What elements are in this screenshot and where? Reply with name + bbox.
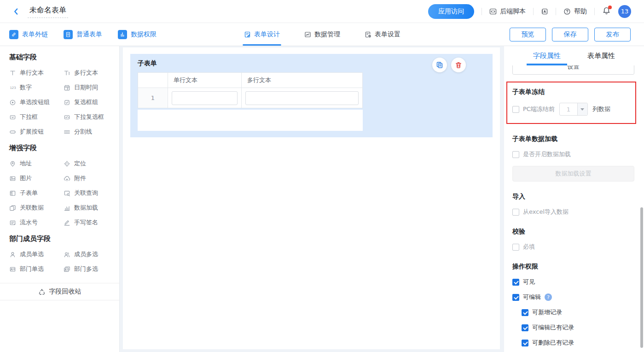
copy-field-button[interactable] xyxy=(432,58,447,72)
field-item-subform[interactable]: 子表单 xyxy=(9,186,64,200)
field-item-image[interactable]: 图片 xyxy=(9,171,64,186)
permission-sub-checkbox-row[interactable]: 可删除已有记录 xyxy=(522,338,634,347)
checkbox[interactable] xyxy=(522,324,528,331)
field-item-dept-single[interactable]: 部门单选 xyxy=(9,262,64,276)
sidebar-field-grid: 地址定位图片附件子表单关联查询关联数据数据加载流水号手写签名 xyxy=(9,156,110,230)
enable-data-load-checkbox-row[interactable]: 是否开启数据加载 xyxy=(512,150,634,159)
field-item-radio-group[interactable]: 单选按钮组 xyxy=(9,95,64,110)
field-item-checkbox-group[interactable]: 复选框组 xyxy=(64,95,110,110)
linked-data-icon xyxy=(9,205,16,211)
toolbar-item-normal-form[interactable]: 普通表单 xyxy=(64,30,102,39)
permission-sub-checkbox-row[interactable]: 可编辑已有记录 xyxy=(522,323,634,332)
checkbox[interactable] xyxy=(522,309,528,316)
field-item-address[interactable]: 地址 xyxy=(9,156,64,171)
multi-line-text-input[interactable] xyxy=(245,91,359,105)
field-item-member-multi[interactable]: 成员多选 xyxy=(64,247,110,262)
toolbar-center-tabs: 表单设计数据管理表单设置 xyxy=(244,23,400,46)
text-multi-icon xyxy=(64,70,70,76)
dept-multi-icon xyxy=(64,266,70,273)
field-item-dropdown[interactable]: 下拉框 xyxy=(9,110,64,124)
checkbox[interactable] xyxy=(512,279,519,286)
permission-sub-checkbox-row[interactable]: 可新增记录 xyxy=(522,308,634,317)
sidebar-section-title: 基础字段 xyxy=(9,53,110,62)
checkbox[interactable] xyxy=(512,209,519,216)
address-icon xyxy=(9,160,16,167)
field-item-divider[interactable]: 分割线 xyxy=(64,124,110,139)
chevron-down-icon[interactable] xyxy=(577,103,587,115)
subform-table: 单行文本 多行文本 1 xyxy=(138,72,363,108)
panel-scrollbar-thumb[interactable] xyxy=(640,207,643,348)
avatar[interactable]: 13 xyxy=(618,5,631,18)
subform-footer-strip xyxy=(138,110,363,131)
field-item-label: 图片 xyxy=(20,174,32,182)
delete-field-button[interactable] xyxy=(451,58,466,72)
notification-bell-button[interactable] xyxy=(602,6,611,17)
action-button-预览[interactable]: 预览 xyxy=(510,28,546,41)
section-title-permissions: 操作权限 xyxy=(512,263,634,271)
field-item-attachment[interactable]: 附件 xyxy=(64,171,110,186)
form-canvas-card[interactable]: 子表单 单行文本 多行文本 1 xyxy=(123,47,500,349)
help-icon[interactable]: ? xyxy=(545,293,552,301)
field-item-dept-multi[interactable]: 部门多选 xyxy=(64,262,110,276)
field-recycle-bin-button[interactable]: 字段回收站 xyxy=(0,283,119,300)
field-item-linked-query[interactable]: 关联查询 xyxy=(64,186,110,200)
toolbar-item-data-permission[interactable]: 数据权限 xyxy=(118,30,157,39)
freeze-column-select[interactable]: 1 xyxy=(559,103,588,116)
tab-form-settings[interactable]: 表单设置 xyxy=(364,23,400,46)
help-label: 帮助 xyxy=(574,7,587,16)
checkbox[interactable] xyxy=(522,340,528,346)
copy-icon xyxy=(436,61,443,69)
checkbox[interactable] xyxy=(512,106,519,113)
help-button[interactable]: 帮助 xyxy=(563,7,587,16)
tab-form-design[interactable]: 表单设计 xyxy=(244,23,280,46)
field-item-signature[interactable]: 手写签名 xyxy=(64,215,110,230)
checkbox[interactable] xyxy=(512,294,519,301)
radio-group-icon xyxy=(9,99,16,106)
dept-single-icon xyxy=(9,266,16,273)
field-item-dropdown-multi[interactable]: 下拉复选框 xyxy=(64,110,110,124)
editable-checkbox-row[interactable]: 可编辑 ? xyxy=(512,293,634,302)
tab-label: 表单设计 xyxy=(254,30,280,39)
number-icon: 123 xyxy=(9,84,16,91)
field-item-text-single[interactable]: 单行文本 xyxy=(9,65,64,80)
address-book-button[interactable] xyxy=(541,8,548,15)
action-button-发布[interactable]: 发布 xyxy=(594,28,631,41)
field-item-number[interactable]: 123数字 xyxy=(9,80,64,95)
subform-col-header: 多行文本 xyxy=(242,73,363,88)
excel-import-checkbox-row[interactable]: 从excel导入数据 xyxy=(512,207,634,217)
settings-button[interactable]: 设置 xyxy=(512,65,634,75)
field-item-linked-data[interactable]: 关联数据 xyxy=(9,200,64,215)
back-icon[interactable] xyxy=(12,7,20,16)
pc-freeze-label: PC端冻结前 xyxy=(523,105,555,113)
field-item-extend-button[interactable]: 扩展按钮 xyxy=(9,124,64,139)
field-item-text-multi[interactable]: 多行文本 xyxy=(64,65,110,80)
subform-field-block-selected[interactable]: 子表单 单行文本 多行文本 1 xyxy=(130,54,493,137)
divider xyxy=(594,8,595,15)
form-design-canvas: 子表单 单行文本 多行文本 1 xyxy=(120,46,504,352)
single-line-text-input[interactable] xyxy=(172,91,238,105)
sidebar-section: 基础字段单行文本多行文本123数字日期时间单选按钮组复选框组下拉框下拉复选框扩展… xyxy=(9,53,110,139)
form-title-wrap[interactable]: 未命名表单 xyxy=(28,5,68,18)
tab-field-properties[interactable]: 字段属性 xyxy=(533,46,561,65)
field-item-locate[interactable]: 定位 xyxy=(64,156,110,171)
tab-form-properties[interactable]: 表单属性 xyxy=(587,46,615,65)
field-item-data-load[interactable]: 数据加载 xyxy=(64,200,110,215)
checkbox[interactable] xyxy=(512,151,519,158)
checkbox[interactable] xyxy=(512,244,519,251)
field-item-label: 数据加载 xyxy=(74,204,98,212)
toolbar-item-form-link[interactable]: 表单外链 xyxy=(9,30,48,39)
image-icon xyxy=(9,175,16,182)
visible-checkbox-row[interactable]: 可见 xyxy=(512,277,634,287)
field-item-member-single[interactable]: 成员单选 xyxy=(9,247,64,262)
divider xyxy=(533,8,534,15)
pc-freeze-checkbox-row[interactable]: PC端冻结前 xyxy=(512,105,555,114)
data-load-settings-button[interactable]: 数据加载设置 xyxy=(512,166,634,182)
app-access-button[interactable]: 应用访问 xyxy=(428,4,474,19)
field-item-serial-number[interactable]: 流水号 xyxy=(9,215,64,230)
field-item-datetime[interactable]: 日期时间 xyxy=(64,80,110,95)
action-button-保存[interactable]: 保存 xyxy=(552,28,588,41)
tab-data-manage[interactable]: 数据管理 xyxy=(304,23,340,46)
serial-number-icon xyxy=(9,219,16,226)
required-checkbox-row[interactable]: 必填 xyxy=(512,242,634,252)
backend-script-button[interactable]: 后端脚本 xyxy=(489,7,526,16)
